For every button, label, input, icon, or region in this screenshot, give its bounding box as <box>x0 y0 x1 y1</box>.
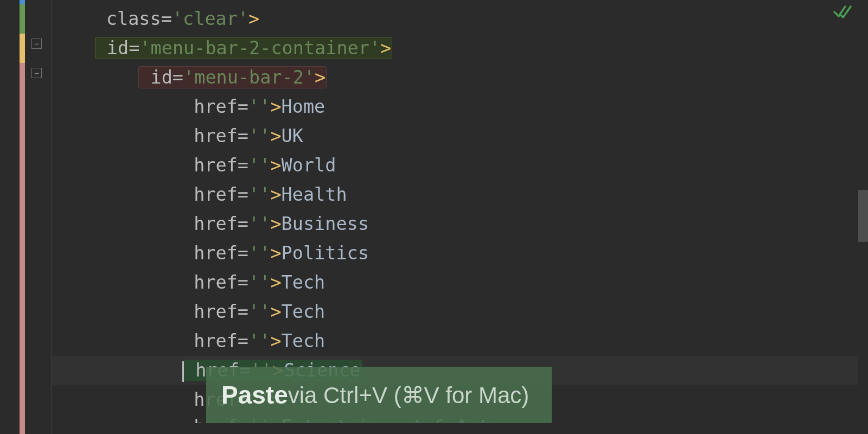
change-marker-gutter <box>0 0 22 434</box>
code-editor[interactable]: −− class='clear'> id='menu-bar-2-contain… <box>0 0 868 434</box>
toast-rest: via Ctrl+V (⌘V for Mac) <box>288 382 529 409</box>
toast-bold: Paste <box>221 380 288 410</box>
fold-gutter[interactable]: −− <box>22 0 52 434</box>
scrollbar-thumb[interactable] <box>858 190 868 242</box>
code-line[interactable]: id='menu-bar-2-container'> <box>52 34 868 63</box>
code-line[interactable]: href=''>Business <box>52 209 868 239</box>
vertical-scrollbar[interactable] <box>858 0 868 434</box>
fold-collapse-icon[interactable]: − <box>31 68 42 78</box>
inspection-ok-icon[interactable] <box>833 4 852 23</box>
code-line[interactable]: href=''>World <box>52 151 868 180</box>
code-line[interactable]: href=''>Home <box>52 92 868 122</box>
code-line[interactable]: href=''>Tech <box>52 297 868 327</box>
action-toast: Paste via Ctrl+V (⌘V for Mac) <box>206 367 552 423</box>
code-line[interactable]: id='menu-bar-2'> <box>52 63 868 92</box>
fold-collapse-icon[interactable]: − <box>31 39 42 49</box>
code-line[interactable]: href=''>Health <box>52 180 868 209</box>
code-line[interactable]: href=''>Politics <box>52 239 868 268</box>
code-line[interactable]: href=''>Tech <box>52 327 868 356</box>
code-line[interactable]: href=''>Tech <box>52 268 868 297</box>
code-line[interactable]: class='clear'> <box>52 4 868 34</box>
code-line[interactable]: href=''>UK <box>52 122 868 151</box>
